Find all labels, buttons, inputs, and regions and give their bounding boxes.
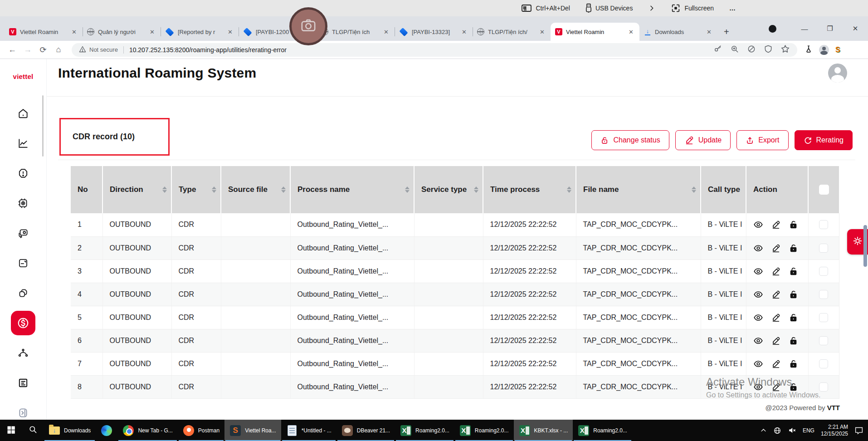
sidebar-item-home[interactable] xyxy=(14,104,32,122)
user-avatar[interactable] xyxy=(828,64,847,83)
fullscreen-button[interactable]: Fullscreen xyxy=(671,3,714,13)
unlock-icon[interactable] xyxy=(789,243,799,253)
extension-s-icon[interactable]: S xyxy=(835,46,840,54)
browser-tab-tlgp-ti-n-ch[interactable]: TLGP/Tiện ích/✕ xyxy=(473,23,551,41)
taskbar-item-blank[interactable] xyxy=(96,420,117,441)
sidebar-item-billing-dollar[interactable] xyxy=(11,311,35,335)
clock[interactable]: 2:21 AM 12/15/2025 xyxy=(821,424,848,437)
pencil-icon[interactable] xyxy=(771,382,781,392)
sidebar-item-network[interactable] xyxy=(14,344,32,362)
home-button[interactable]: ⌂ xyxy=(51,45,66,54)
taskbar-item-new-tab-g[interactable]: New Tab - G... xyxy=(117,420,177,441)
sidebar-item-alert[interactable] xyxy=(14,164,32,182)
tab-close-icon[interactable]: ✕ xyxy=(70,28,78,36)
pencil-icon[interactable] xyxy=(771,336,781,346)
ctrl-alt-del-button[interactable]: Ctrl+Alt+Del xyxy=(521,4,570,13)
language-indicator[interactable]: ENG xyxy=(803,427,814,434)
unlock-icon[interactable] xyxy=(789,336,799,346)
sort-icon[interactable] xyxy=(281,186,286,193)
rerating-button[interactable]: Rerating xyxy=(795,130,853,150)
taskbar-item-roaming2-0[interactable]: Roaming2.0... xyxy=(573,420,632,441)
column-header-process_name[interactable]: Process name xyxy=(290,166,414,213)
taskbar-item-kbkt-xlsx[interactable]: KBKT.xlsx - ... xyxy=(514,420,573,441)
unlock-icon[interactable] xyxy=(789,220,799,230)
column-header-file_name[interactable]: File name xyxy=(576,166,701,213)
tab-close-icon[interactable]: ✕ xyxy=(226,28,234,36)
unlock-icon[interactable] xyxy=(789,266,799,276)
tab-close-icon[interactable]: ✕ xyxy=(627,28,635,36)
window-close-button[interactable]: ✕ xyxy=(843,16,868,41)
tab-close-icon[interactable]: ✕ xyxy=(705,28,713,36)
sort-icon[interactable] xyxy=(567,186,571,193)
sort-icon[interactable] xyxy=(162,186,167,193)
taskbar-item-downloads[interactable]: Downloads xyxy=(44,420,96,441)
start-button[interactable] xyxy=(0,420,22,441)
privacy-shield-icon[interactable] xyxy=(764,44,773,55)
sidebar-item-collapse[interactable] xyxy=(14,404,32,422)
row-checkbox[interactable] xyxy=(819,382,828,392)
sidebar-item-analytics[interactable] xyxy=(14,134,32,152)
sidebar-item-refresh-monitor[interactable] xyxy=(14,224,32,242)
address-input[interactable]: Not secure 10.207.252.135:8200/roaming-a… xyxy=(72,43,797,57)
taskbar-item-postman[interactable]: Postman xyxy=(178,420,224,441)
eye-icon[interactable] xyxy=(753,266,763,276)
sidebar-item-list[interactable] xyxy=(14,374,32,392)
site-security-chip[interactable]: Not secure xyxy=(79,46,118,54)
eye-icon[interactable] xyxy=(753,243,763,253)
sort-icon[interactable] xyxy=(692,186,696,193)
pencil-icon[interactable] xyxy=(771,313,781,323)
eye-icon[interactable] xyxy=(753,220,763,230)
column-header-service_type[interactable]: Service type xyxy=(414,166,483,213)
row-checkbox[interactable] xyxy=(819,267,828,276)
browser-tab-paybi-13323[interactable]: [PAYBI-13323]✕ xyxy=(395,23,473,41)
sidebar-item-report[interactable] xyxy=(14,254,32,272)
eye-icon[interactable] xyxy=(753,382,763,392)
profile-avatar-icon[interactable] xyxy=(769,25,776,33)
column-header-direction[interactable]: Direction xyxy=(102,166,171,213)
sidebar-item-processing[interactable] xyxy=(14,194,32,212)
eye-icon[interactable] xyxy=(753,359,763,369)
browser-tab-viettel-roamin[interactable]: Viettel Roamin✕ xyxy=(5,23,83,41)
taskbar-search-button[interactable] xyxy=(22,420,44,441)
network-icon[interactable] xyxy=(773,426,781,435)
pencil-icon[interactable] xyxy=(771,266,781,276)
browser-tab-reported-by-r[interactable]: [Reported by r✕ xyxy=(161,23,239,41)
taskbar-item-roaming2-0[interactable]: Roaming2.0... xyxy=(395,420,454,441)
browser-tab-tlgp-ti-n-ch[interactable]: TLGP/Tiện ích✕ xyxy=(317,23,395,41)
tab-close-icon[interactable]: ✕ xyxy=(382,28,390,36)
sort-icon[interactable] xyxy=(212,186,216,193)
select-all-checkbox[interactable] xyxy=(819,185,829,195)
export-button[interactable]: Export xyxy=(736,130,788,150)
window-maximize-button[interactable]: ❐ xyxy=(817,16,843,41)
extension-flask-icon[interactable] xyxy=(805,44,813,55)
unlock-icon[interactable] xyxy=(789,289,799,299)
column-header-time_process[interactable]: Time process xyxy=(483,166,576,213)
password-key-icon[interactable] xyxy=(713,44,722,55)
toolbar-expand-button[interactable] xyxy=(648,5,655,12)
bookmark-star-icon[interactable] xyxy=(780,44,790,55)
browser-tab-viettel-roamin[interactable]: Viettel Roamin✕ xyxy=(551,23,639,41)
forward-button[interactable]: → xyxy=(20,45,35,54)
pencil-icon[interactable] xyxy=(771,243,781,253)
webcam-bubble[interactable] xyxy=(289,7,327,45)
tab-close-icon[interactable]: ✕ xyxy=(148,28,156,36)
tray-expand-icon[interactable] xyxy=(760,427,767,434)
tab-close-icon[interactable]: ✕ xyxy=(538,28,546,36)
column-header-source_file[interactable]: Source file xyxy=(221,166,290,213)
tab-close-icon[interactable]: ✕ xyxy=(460,28,468,36)
sort-icon[interactable] xyxy=(405,186,410,193)
column-header-type[interactable]: Type xyxy=(171,166,221,213)
taskbar-item-dbeaver-21[interactable]: DBeaver 21... xyxy=(336,420,395,441)
row-checkbox[interactable] xyxy=(819,244,828,253)
row-checkbox[interactable] xyxy=(819,336,828,345)
row-checkbox[interactable] xyxy=(819,313,828,322)
reload-button[interactable]: ⟳ xyxy=(35,45,51,55)
row-checkbox[interactable] xyxy=(819,290,828,299)
taskbar-item-roaming2-0[interactable]: Roaming2.0... xyxy=(454,420,514,441)
toolbar-more-button[interactable]: … xyxy=(729,5,736,12)
eye-icon[interactable] xyxy=(753,289,763,299)
usb-devices-button[interactable]: USB Devices xyxy=(585,3,633,13)
back-button[interactable]: ← xyxy=(5,45,20,54)
browser-tab-qu-n-l-ng-i[interactable]: Quản lý người✕ xyxy=(83,23,161,41)
taskbar-item-untitled[interactable]: *Untitled - ... xyxy=(281,420,336,441)
